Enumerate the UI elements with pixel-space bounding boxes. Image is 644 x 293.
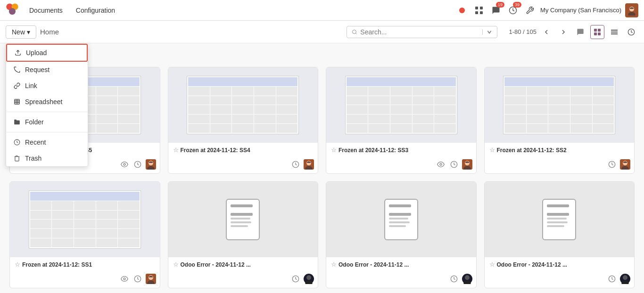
file-info: ☆ Odoo Error - 2024-11-12 ... <box>485 257 635 272</box>
svg-point-39 <box>463 166 471 170</box>
file-card[interactable]: ☆ Odoo Error - 2024-11-12 ... <box>168 181 319 288</box>
grid-view-icon <box>594 28 601 36</box>
star-icon[interactable]: ☆ <box>331 261 337 268</box>
file-owner-avatar <box>146 274 156 284</box>
file-actions <box>326 272 476 288</box>
prev-page-btn[interactable] <box>539 25 553 39</box>
folder-label: Folder <box>25 118 44 126</box>
document-preview-icon <box>384 199 418 240</box>
search-dropdown-btn[interactable] <box>482 29 492 35</box>
next-page-btn[interactable] <box>556 25 570 39</box>
file-name: ☆ Frozen at 2024-11-12: SS3 <box>331 146 471 154</box>
svg-point-46 <box>147 280 154 284</box>
file-thumbnail <box>10 182 160 257</box>
file-card[interactable]: ☆ Odoo Error - 2024-11-12 ... <box>484 181 635 288</box>
document-preview-icon <box>542 199 576 240</box>
svg-rect-23 <box>15 99 20 105</box>
dropdown-spreadsheet[interactable]: Spreadsheet <box>6 94 88 110</box>
nav-icons: 19 39 My Company (San Francisco) <box>455 4 638 17</box>
star-icon[interactable]: ☆ <box>15 261 20 268</box>
company-name: My Company (San Francisco) <box>540 7 621 14</box>
file-info: ☆ Odoo Error - 2024-11-12 ... <box>168 257 318 272</box>
clock-icon[interactable] <box>607 274 617 284</box>
file-name: ☆ Frozen at 2024-11-12: SS1 <box>15 261 155 268</box>
file-thumbnail <box>326 67 476 143</box>
logo[interactable] <box>6 3 19 17</box>
clock-icon[interactable] <box>290 159 301 170</box>
file-actions <box>10 272 160 288</box>
list-view-btn[interactable] <box>607 25 621 39</box>
file-actions <box>168 157 318 173</box>
settings-icon[interactable] <box>523 4 537 17</box>
eye-icon[interactable] <box>119 159 130 170</box>
svg-point-3 <box>459 8 465 13</box>
trash-icon <box>14 155 20 162</box>
dropdown-divider-2 <box>6 132 88 132</box>
status-dot[interactable] <box>455 4 469 17</box>
comment-icon <box>577 28 584 36</box>
eye-icon[interactable] <box>119 274 130 284</box>
file-card[interactable]: ☆ Frozen at 2024-11-12: SS3 <box>326 67 477 174</box>
dropdown-link[interactable]: Link <box>6 78 88 94</box>
star-icon[interactable]: ☆ <box>489 261 495 268</box>
clock-icon[interactable] <box>449 274 459 284</box>
user-avatar-nav[interactable] <box>625 4 638 17</box>
file-info: ☆ Frozen at 2024-11-12: SS3 <box>326 143 476 157</box>
svg-point-55 <box>621 280 628 284</box>
recent-label: Recent <box>25 138 46 146</box>
star-icon[interactable]: ☆ <box>489 146 495 154</box>
chat-icon[interactable]: 19 <box>489 4 503 17</box>
request-label: Request <box>25 66 50 73</box>
clock-icon[interactable] <box>290 274 301 284</box>
file-name: ☆ Odoo Error - 2024-11-12 ... <box>331 261 471 268</box>
activity-icon[interactable]: 39 <box>506 4 520 17</box>
file-info: ☆ Odoo Error - 2024-11-12 ... <box>326 257 476 272</box>
comment-btn[interactable] <box>573 25 587 39</box>
clock-icon[interactable] <box>449 159 459 170</box>
file-info: ☆ Frozen at 2024-11-12: SS1 <box>10 257 160 272</box>
star-icon[interactable]: ☆ <box>173 261 179 268</box>
apps-icon[interactable] <box>472 4 486 17</box>
file-card[interactable]: ☆ Frozen at 2024-11-12: SS2 <box>484 67 635 174</box>
clock-icon[interactable] <box>607 159 617 170</box>
file-actions <box>326 157 476 173</box>
svg-rect-17 <box>598 33 601 35</box>
eye-icon[interactable] <box>436 159 446 170</box>
svg-point-43 <box>124 278 125 280</box>
file-thumbnail <box>168 182 318 257</box>
svg-point-29 <box>124 163 125 165</box>
svg-point-36 <box>440 163 442 165</box>
file-name: ☆ Frozen at 2024-11-12: SS2 <box>489 146 630 154</box>
dropdown-divider <box>6 112 88 112</box>
file-owner-avatar <box>620 274 630 284</box>
view-settings-btn[interactable] <box>624 25 638 39</box>
svg-rect-15 <box>598 29 601 32</box>
svg-rect-20 <box>611 33 618 34</box>
clock-icon[interactable] <box>132 274 143 284</box>
dropdown-request[interactable]: Request <box>6 62 88 78</box>
grid-view-btn[interactable] <box>590 25 604 39</box>
dropdown-upload[interactable]: Upload <box>6 44 88 62</box>
star-icon[interactable]: ☆ <box>331 146 337 154</box>
list-view-icon <box>611 28 618 36</box>
svg-point-12 <box>353 30 356 33</box>
file-card[interactable]: ☆ Odoo Error - 2024-11-12 ... <box>326 181 477 288</box>
star-icon[interactable]: ☆ <box>173 146 179 154</box>
file-card[interactable]: ☆ Frozen at 2024-11-12: SS4 <box>168 67 319 174</box>
file-owner-avatar <box>462 159 472 170</box>
file-owner-avatar <box>304 274 314 284</box>
file-thumbnail <box>485 182 635 257</box>
search-input[interactable] <box>360 28 479 36</box>
new-button[interactable]: New ▾ <box>6 25 36 39</box>
clock-icon[interactable] <box>132 159 143 170</box>
file-card[interactable]: ☆ Frozen at 2024-11-12: SS1 <box>9 181 160 288</box>
dropdown-trash[interactable]: Trash <box>6 150 88 166</box>
dropdown-recent[interactable]: Recent <box>6 134 88 150</box>
file-owner-avatar <box>462 274 472 284</box>
dropdown-folder[interactable]: Folder <box>6 114 88 130</box>
svg-rect-18 <box>611 30 618 31</box>
nav-documents[interactable]: Documents <box>26 5 66 16</box>
file-thumbnail <box>326 182 476 257</box>
nav-configuration[interactable]: Configuration <box>73 5 118 16</box>
search-bar[interactable] <box>347 26 497 38</box>
